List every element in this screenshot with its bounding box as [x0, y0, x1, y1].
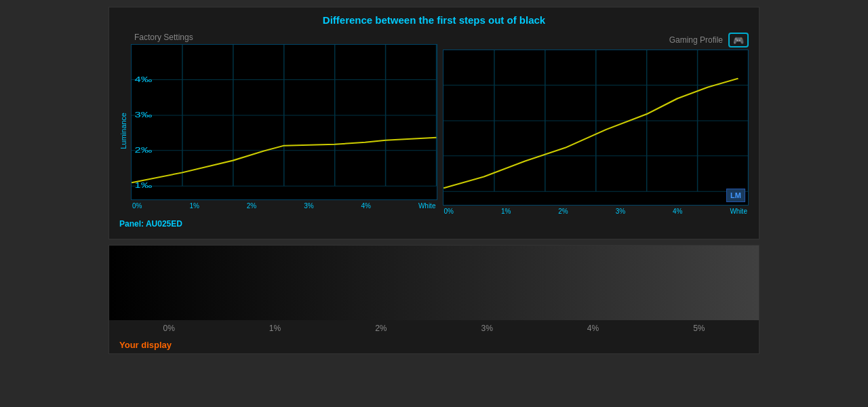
factory-label: Factory Settings — [131, 33, 437, 42]
gradient-display — [109, 246, 759, 320]
gaming-chart: Gaming Profile 🎮 — [443, 33, 749, 215]
dual-charts: Factory Settings — [131, 33, 749, 215]
gaming-grid-container: LM — [443, 50, 749, 206]
x-label-white: White — [418, 202, 436, 210]
your-display-label: Your display — [109, 336, 759, 353]
dl-4: 4% — [587, 324, 599, 333]
gx-label-2: 2% — [558, 208, 568, 215]
dl-0: 0% — [163, 324, 174, 333]
lm-badge: LM — [726, 189, 745, 202]
svg-text:1‰: 1‰ — [134, 181, 152, 189]
chart-section: Difference between the first steps out o… — [108, 7, 760, 239]
gaming-icon: 🎮 — [728, 33, 749, 47]
chart-title: Difference between the first steps out o… — [119, 14, 749, 26]
gaming-x-axis: 0% 1% 2% 3% 4% White — [443, 206, 749, 215]
x-label-0: 0% — [132, 202, 142, 210]
panel-info: Panel: AU025ED — [119, 219, 749, 229]
x-label-3: 3% — [304, 202, 313, 210]
gx-label-4: 4% — [673, 208, 682, 215]
factory-grid-container: 4‰ 3‰ 2‰ 1‰ — [131, 44, 437, 200]
x-label-1: 1% — [189, 202, 199, 210]
gaming-label: Gaming Profile — [669, 35, 723, 45]
svg-text:2‰: 2‰ — [134, 145, 152, 153]
gx-label-0: 0% — [444, 208, 454, 215]
display-x-labels: 0% 1% 2% 3% 4% 5% — [109, 320, 759, 336]
y-axis-label: Luminance — [119, 99, 127, 149]
dl-1: 1% — [269, 324, 281, 333]
gaming-chart-svg — [443, 50, 749, 205]
svg-text:3‰: 3‰ — [134, 111, 152, 119]
gx-label-white: White — [730, 208, 747, 215]
charts-row: Luminance Factory Settings — [119, 33, 749, 215]
dl-5: 5% — [693, 324, 705, 333]
factory-chart-svg: 4‰ 3‰ 2‰ 1‰ — [132, 45, 437, 199]
dl-2: 2% — [375, 324, 387, 333]
svg-text:4‰: 4‰ — [134, 75, 152, 83]
gx-label-3: 3% — [616, 208, 625, 215]
x-label-2: 2% — [247, 202, 256, 210]
dl-3: 3% — [481, 324, 492, 333]
x-label-4: 4% — [361, 202, 371, 210]
main-container: Difference between the first steps out o… — [0, 0, 868, 407]
factory-chart: Factory Settings — [131, 33, 437, 215]
gx-label-1: 1% — [501, 208, 511, 215]
display-section: 0% 1% 2% 3% 4% 5% Your display — [108, 245, 760, 354]
factory-x-axis: 0% 1% 2% 3% 4% White — [131, 200, 437, 210]
